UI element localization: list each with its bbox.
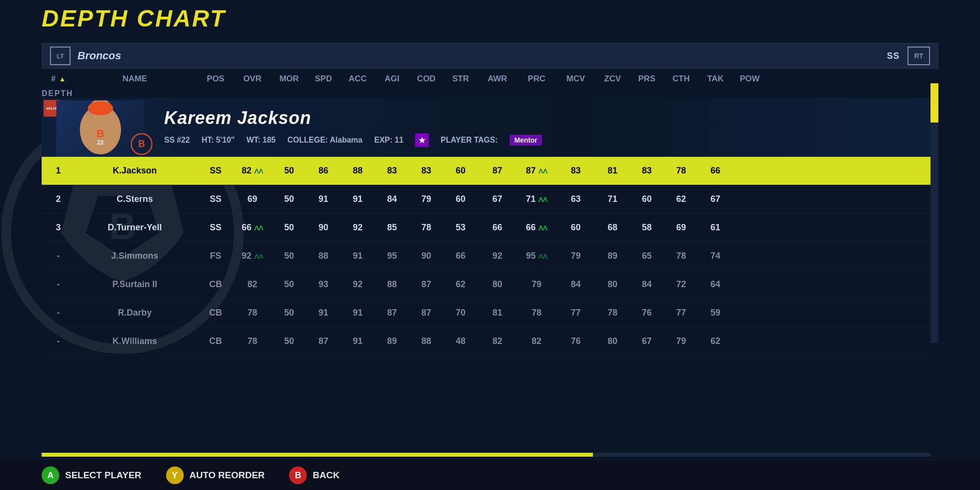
svg-text:B: B xyxy=(97,127,104,140)
up-arrow-icon: ᐱᐱ xyxy=(537,253,547,260)
col-name-value: D.Turner-Yell xyxy=(71,222,198,233)
up-arrow-icon: ᐱᐱ xyxy=(252,253,263,260)
player-image-area: NFLPA B 22 B xyxy=(42,98,154,157)
col-cod-value: 90 xyxy=(409,251,443,261)
col-awr-value: 80 xyxy=(478,279,517,290)
btn-label-y: AUTO REORDER xyxy=(190,470,265,481)
col-str-value: 66 xyxy=(443,251,478,261)
col-num-value: 3 xyxy=(42,222,71,233)
col-agi-value: 95 xyxy=(375,251,409,261)
col-prc-value: 66 ᐱᐱ xyxy=(517,222,556,233)
col-name-value: P.Surtain II xyxy=(71,279,198,290)
depth-label: DEPTH xyxy=(42,89,73,98)
table-row[interactable]: -K.WilliamsCB785087918988488282768067796… xyxy=(42,327,931,356)
col-prs-value: 65 xyxy=(630,251,664,261)
col-tak-value: 67 xyxy=(698,194,733,204)
player-tags-label: PLAYER TAGS: xyxy=(441,136,497,145)
scrollbar-thumb[interactable] xyxy=(931,83,938,122)
col-header-mor: MOR xyxy=(272,74,306,84)
col-str-value: 53 xyxy=(443,222,478,233)
col-spd-value: 90 xyxy=(306,222,341,233)
col-str-value: 70 xyxy=(443,308,478,318)
col-header-cod: COD xyxy=(409,74,443,84)
rt-nav-button[interactable]: RT xyxy=(907,47,930,65)
col-cod-value: 78 xyxy=(409,222,443,233)
col-mcv-value: 83 xyxy=(556,166,595,176)
up-arrow-icon: ᐱᐱ xyxy=(537,224,547,232)
col-header-num[interactable]: # ▲ xyxy=(42,74,71,84)
col-header-zcv: ZCV xyxy=(595,74,630,84)
col-prc-value: 95 ᐱᐱ xyxy=(517,251,556,261)
col-zcv-value: 71 xyxy=(595,194,630,204)
col-tak-value: 74 xyxy=(698,251,733,261)
col-cth-value: 78 xyxy=(664,166,698,176)
col-tak-value: 66 xyxy=(698,166,733,176)
col-spd-value: 86 xyxy=(306,166,341,176)
col-zcv-value: 81 xyxy=(595,166,630,176)
col-spd-value: 87 xyxy=(306,336,341,346)
col-header-awr: AWR xyxy=(478,74,517,84)
table-row[interactable]: -P.Surtain IICB8250939288876280798480847… xyxy=(42,270,931,299)
col-spd-value: 91 xyxy=(306,308,341,318)
col-pos-value: CB xyxy=(198,336,233,346)
team-bar: LT Broncos SS RT xyxy=(42,43,938,69)
col-cth-value: 78 xyxy=(664,251,698,261)
lt-badge[interactable]: LT xyxy=(50,47,71,65)
scrollbar[interactable] xyxy=(931,83,938,343)
col-awr-value: 82 xyxy=(478,336,517,346)
col-zcv-value: 78 xyxy=(595,308,630,318)
action-button-b[interactable]: BBACK xyxy=(289,466,340,484)
col-mor-value: 50 xyxy=(272,336,306,346)
player-exp: EXP: 11 xyxy=(374,136,404,145)
col-acc-value: 92 xyxy=(341,222,375,233)
col-prc-value: 87 ᐱᐱ xyxy=(517,166,556,176)
table-area: 1K.JacksonSS82 ᐱᐱ5086888383608787 ᐱᐱ8381… xyxy=(42,157,931,356)
player-height: HT: 5'10" xyxy=(201,136,234,145)
col-awr-value: 92 xyxy=(478,251,517,261)
col-acc-value: 91 xyxy=(341,308,375,318)
col-prc-value: 71 ᐱᐱ xyxy=(517,194,556,204)
col-cth-value: 77 xyxy=(664,308,698,318)
table-row[interactable]: -R.DarbyCB7850919187877081787778767759 xyxy=(42,299,931,327)
col-cod-value: 83 xyxy=(409,166,443,176)
col-cod-value: 87 xyxy=(409,279,443,290)
player-info: Kareem Jackson SS #22 HT: 5'10" WT: 185 … xyxy=(154,103,931,152)
action-button-y[interactable]: YAUTO REORDER xyxy=(166,466,265,484)
col-num-value: - xyxy=(42,251,71,261)
table-row[interactable]: 2C.SternsSS695091918479606771 ᐱᐱ63716062… xyxy=(42,185,931,214)
col-ovr-value: 69 xyxy=(233,194,272,204)
col-cod-value: 88 xyxy=(409,336,443,346)
col-spd-value: 91 xyxy=(306,194,341,204)
table-row[interactable]: 1K.JacksonSS82 ᐱᐱ5086888383608787 ᐱᐱ8381… xyxy=(42,157,931,185)
col-prc-value: 79 xyxy=(517,279,556,290)
col-tak-value: 64 xyxy=(698,279,733,290)
col-header-acc: ACC xyxy=(341,74,375,84)
team-name: Broncos xyxy=(77,49,121,62)
col-spd-value: 88 xyxy=(306,251,341,261)
col-name-value: R.Darby xyxy=(71,308,198,318)
table-row[interactable]: 3D.Turner-YellSS66 ᐱᐱ5090928578536666 ᐱᐱ… xyxy=(42,214,931,242)
col-mor-value: 50 xyxy=(272,308,306,318)
col-agi-value: 84 xyxy=(375,194,409,204)
col-prs-value: 60 xyxy=(630,194,664,204)
col-zcv-value: 80 xyxy=(595,279,630,290)
broncos-logo-small-icon: B xyxy=(131,133,152,155)
action-button-a[interactable]: ASELECT PLAYER xyxy=(42,466,142,484)
col-prc-value: 78 xyxy=(517,308,556,318)
col-num-value: - xyxy=(42,336,71,346)
col-header-prs: PRS xyxy=(630,74,664,84)
col-pos-value: SS xyxy=(198,166,233,176)
page-title: DEPTH CHART xyxy=(42,5,226,32)
table-row[interactable]: -J.SimmonsFS92 ᐱᐱ5088919590669295 ᐱᐱ7989… xyxy=(42,242,931,270)
col-mcv-value: 76 xyxy=(556,336,595,346)
col-tak-value: 61 xyxy=(698,222,733,233)
player-silhouette: B 22 xyxy=(61,100,140,157)
col-prs-value: 76 xyxy=(630,308,664,318)
col-name-value: C.Sterns xyxy=(71,194,198,204)
mentor-star-icon: ★ xyxy=(415,133,429,147)
col-pos-value: SS xyxy=(198,194,233,204)
col-mcv-value: 79 xyxy=(556,251,595,261)
col-header-spd: SPD xyxy=(306,74,341,84)
col-tak-value: 59 xyxy=(698,308,733,318)
col-mcv-value: 60 xyxy=(556,222,595,233)
